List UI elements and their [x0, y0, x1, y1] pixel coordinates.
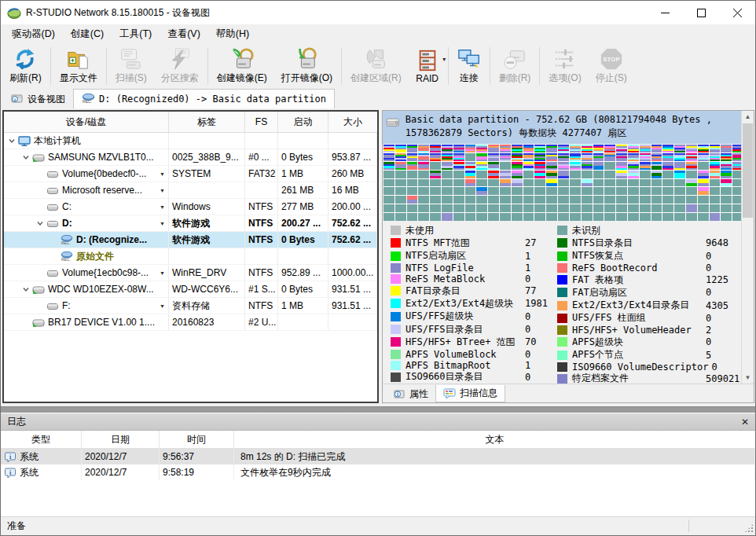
- mount-dropdown-icon[interactable]: ▼: [160, 171, 167, 177]
- log-column-type[interactable]: 类型: [1, 431, 82, 448]
- device-row-3[interactable]: Microsoft reserve...▼261 MB16 MB: [4, 182, 377, 199]
- close-button[interactable]: [719, 1, 755, 24]
- tab-recognized-partition-label: D: (Recognized0) -> Basic data partition: [99, 94, 326, 105]
- device-size-cell: 752.62 ...: [328, 215, 377, 231]
- tab-properties[interactable]: i 属性: [386, 386, 435, 402]
- log-row-1[interactable]: i系统2020/12/79:58:19文件枚举在9秒内完成: [1, 464, 755, 480]
- refresh-icon: [13, 47, 37, 71]
- menu-item-3[interactable]: 查看(V): [160, 24, 208, 44]
- device-row-1[interactable]: SAMSUNG MZVLB1T0...0025_388B_9...#0 ...0…: [4, 149, 377, 166]
- column-header-device[interactable]: 设备/磁盘: [4, 112, 169, 132]
- scroll-up-icon[interactable]: ▲: [742, 111, 754, 123]
- scan-map-cell: [558, 187, 569, 195]
- mount-dropdown-icon[interactable]: ▼: [160, 221, 167, 226]
- mount-dropdown-icon[interactable]: ▼: [160, 303, 167, 309]
- svg-text:REC.: REC.: [61, 257, 71, 260]
- scan-map-cell: [628, 179, 639, 187]
- rec-icon: REC.: [61, 251, 73, 262]
- device-size-cell: [328, 248, 377, 264]
- device-row-6[interactable]: REC.D: (Recognize...软件游戏NTFS0 Bytes752.6…: [4, 232, 377, 248]
- device-fs-cell: NTFS: [245, 199, 278, 215]
- device-name: BR17 DEVICE V1.00 1....: [48, 317, 155, 328]
- scan-map-cell: [604, 179, 615, 187]
- device-row-0[interactable]: 本地计算机: [4, 133, 377, 149]
- device-row-4[interactable]: C:▼WindowsNTFS277 MB200.00 ...: [4, 199, 377, 215]
- menu-item-2[interactable]: 工具(T): [112, 24, 160, 44]
- scan-map-cell: [628, 162, 639, 170]
- open-image-button[interactable]: 打开镜像(O): [274, 44, 339, 88]
- menu-item-4[interactable]: 帮助(H): [208, 24, 257, 44]
- menu-item-0[interactable]: 驱动器(D): [4, 24, 63, 44]
- log-row-0[interactable]: i系统2020/12/79:56:378m 12s 的 D: 扫描已完成: [1, 449, 755, 464]
- device-boot-cell: [278, 133, 328, 149]
- scan-scrollbar[interactable]: ▲ ▼: [741, 111, 754, 384]
- tab-scan-info[interactable]: 扫描信息: [435, 385, 505, 402]
- scan-map-cell: [721, 213, 732, 221]
- scrollbar-thumb[interactable]: [743, 123, 753, 218]
- minimize-button[interactable]: [647, 1, 683, 24]
- chevron-down-icon[interactable]: [21, 152, 31, 162]
- legend-value: 70: [525, 336, 536, 347]
- log-column-time[interactable]: 时间: [160, 431, 234, 448]
- device-row-7[interactable]: REC.原始文件: [4, 248, 377, 265]
- scan-map-cell: [512, 145, 523, 152]
- log-close-icon[interactable]: ✕: [741, 417, 749, 428]
- mount-dropdown-icon[interactable]: ▼: [160, 270, 167, 276]
- legend-item: UFS/FFS超级块0: [391, 310, 557, 323]
- device-label-cell: SYSTEM: [169, 166, 245, 182]
- show-files-button[interactable]: 显示文件: [53, 44, 105, 88]
- partition-search-icon: [168, 47, 192, 71]
- column-header-boot[interactable]: 启动: [278, 112, 328, 132]
- refresh-button[interactable]: 刷新(R): [2, 44, 49, 88]
- horizontal-splitter[interactable]: [1, 406, 755, 413]
- chevron-down-icon[interactable]: [21, 285, 31, 294]
- device-name: WDC WD10EZEX-08W...: [48, 284, 154, 295]
- scan-map-cell: [570, 162, 581, 170]
- scan-map-cell: [616, 171, 627, 178]
- device-row-9[interactable]: WDC WD10EZEX-08W...WD-WCC6Y6...#1 S...0 …: [4, 281, 377, 298]
- scan-map-cell: [582, 187, 593, 195]
- scan-map-cell: [662, 187, 673, 195]
- legend-label: UFS/FFS超级块: [406, 310, 525, 323]
- tab-device-view[interactable]: i 设备视图: [2, 90, 73, 108]
- column-header-label[interactable]: 标签: [169, 112, 245, 132]
- scan-block-map[interactable]: [384, 145, 743, 221]
- mount-dropdown-icon[interactable]: ▼: [160, 188, 167, 193]
- legend-value: 1981: [525, 298, 548, 309]
- toolbar-button-label: 刷新(R): [9, 72, 42, 85]
- maximize-button[interactable]: [683, 1, 719, 24]
- column-header-size[interactable]: 大小: [328, 112, 377, 132]
- connect-button[interactable]: 连接: [450, 44, 488, 88]
- raid-dropdown-icon[interactable]: ▼: [442, 57, 447, 62]
- raid-button[interactable]: ▼RAID: [409, 44, 446, 88]
- scan-map-cell: [698, 153, 709, 161]
- legend-value: 9648: [706, 237, 728, 248]
- device-row-11[interactable]: BR17 DEVICE V1.00 1....20160823#2 U...: [4, 314, 377, 331]
- device-boot-cell: 952.89 ...: [278, 265, 328, 281]
- tree-spacer: [35, 202, 45, 211]
- column-header-fs[interactable]: FS: [245, 112, 278, 132]
- device-row-5[interactable]: D:▼软件游戏NTFS200.27 ...752.62 ...: [4, 215, 377, 232]
- chevron-down-icon[interactable]: [7, 136, 17, 145]
- mount-dropdown-icon[interactable]: ▼: [160, 204, 167, 210]
- scroll-down-icon[interactable]: ▼: [742, 372, 754, 384]
- chevron-down-icon[interactable]: [35, 218, 45, 228]
- scan-map-cell: [710, 213, 721, 221]
- scan-map-cell: [616, 153, 627, 161]
- resize-grip[interactable]: [744, 523, 754, 533]
- log-column-text[interactable]: 文本: [234, 431, 755, 448]
- scan-header-text: Basic data partition - 752.62 GB (808121…: [406, 113, 739, 140]
- device-row-8[interactable]: Volume{1ecb0c98-...▼WinRE_DRVNTFS952.89 …: [4, 265, 377, 281]
- device-row-2[interactable]: Volume{0bedecf0-...▼SYSTEMFAT321 MB260 M…: [4, 166, 377, 182]
- create-image-button[interactable]: 创建镜像(E): [210, 44, 274, 88]
- app-logo-icon: [7, 6, 21, 20]
- scan-map-cell: [721, 179, 732, 187]
- tab-recognized-partition[interactable]: REC. D: (Recognized0) -> Basic data part…: [73, 89, 335, 108]
- scan-map-cell: [546, 145, 557, 152]
- toolbar-separator: [539, 47, 540, 85]
- legend-swatch: [557, 288, 567, 297]
- device-row-10[interactable]: F:▼资料存储NTFS1 MB931.51 ...: [4, 298, 377, 314]
- legend-label: NTFS恢复点: [572, 249, 706, 262]
- menu-item-1[interactable]: 创建(C): [63, 24, 112, 44]
- log-column-date[interactable]: 日期: [82, 431, 160, 448]
